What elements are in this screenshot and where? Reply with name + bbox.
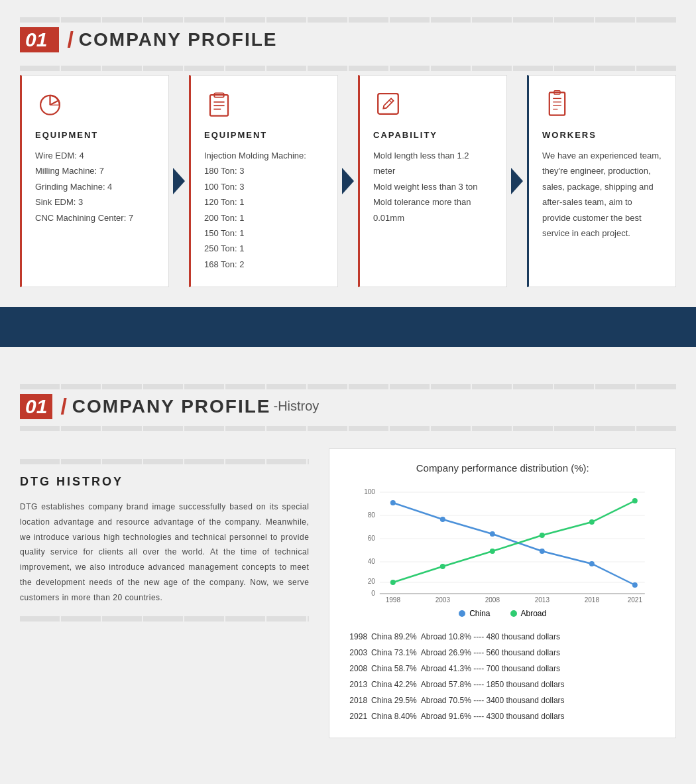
card3-line2: Mold weight less than 3 ton	[373, 179, 493, 194]
svg-point-37	[589, 561, 595, 566]
card3-category: CAPABILITY	[373, 130, 493, 140]
year-2008: 2008	[349, 661, 367, 677]
legend-abroad-dot	[510, 610, 517, 617]
svg-point-44	[632, 498, 638, 503]
card4-category: WORKERS	[542, 130, 662, 140]
section2: 01 / COMPANY PROFILE -Histroy DTG HISTRO…	[0, 360, 696, 751]
history-content: DTG HISTROY DTG establishes company bran…	[20, 435, 676, 751]
section1-slash: /	[67, 27, 73, 52]
china-2013: China 42.2%	[371, 677, 417, 692]
deco-line-top	[20, 17, 676, 23]
dark-band	[0, 307, 696, 347]
year-2018: 2018	[349, 692, 367, 708]
abroad-2003: Abroad 26.9% ---- 560 thousand dollars	[421, 645, 560, 661]
card2-line2: 180 Ton: 3	[204, 163, 324, 178]
section2-slash: /	[60, 393, 66, 419]
cards-container: EQUIPMENT Wire EDM: 4 Milling Machine: 7…	[20, 75, 676, 314]
chart-svg: 100 80 60 40 20 0	[343, 484, 662, 604]
legend-china: China	[459, 609, 490, 618]
card1-line2: Milling Machine: 7	[35, 163, 155, 178]
deco-line-left2	[20, 616, 309, 621]
data-row-1998: 1998 China 89.2% Abroad 10.8% ---- 480 t…	[349, 629, 662, 645]
data-row-2013: 2013 China 42.2% Abroad 57.8% ---- 1850 …	[349, 677, 662, 692]
legend-abroad-label: Abroad	[521, 609, 547, 618]
svg-point-34	[440, 517, 445, 522]
deco-line-left	[20, 459, 309, 464]
card1-line5: CNC Machining Center: 7	[35, 210, 155, 226]
year-2021: 2021	[349, 708, 367, 724]
clipboard-icon	[204, 89, 237, 122]
card4-line1: We have an experienced team, they're eng…	[542, 148, 662, 241]
history-left: DTG HISTROY DTG establishes company bran…	[20, 448, 309, 738]
card2-content: Injection Molding Machine: 180 Ton: 3 10…	[204, 148, 324, 272]
svg-point-42	[540, 533, 545, 538]
card4-content: We have an experienced team, they're eng…	[542, 148, 662, 241]
svg-point-33	[390, 500, 396, 505]
legend-abroad: Abroad	[510, 609, 547, 618]
svg-rect-8	[550, 92, 565, 115]
data-row-2008: 2008 China 58.7% Abroad 41.3% ---- 700 t…	[349, 661, 662, 677]
china-2008: China 58.7%	[371, 661, 417, 677]
data-row-2018: 2018 China 29.5% Abroad 70.5% ---- 3400 …	[349, 692, 662, 708]
section2-subtitle: -Histroy	[273, 399, 319, 414]
card1-line1: Wire EDM: 4	[35, 148, 155, 163]
svg-text:2008: 2008	[485, 596, 500, 604]
card1-content: Wire EDM: 4 Milling Machine: 7 Grinding …	[35, 148, 155, 226]
svg-text:80: 80	[368, 511, 376, 519]
arrow2	[338, 75, 358, 287]
dtg-title: DTG HISTROY	[20, 475, 309, 489]
card-equipment-2: EQUIPMENT Injection Molding Machine: 180…	[189, 75, 338, 287]
data-row-2003: 2003 China 73.1% Abroad 26.9% ---- 560 t…	[349, 645, 662, 661]
chart-section: Company performance distribution (%): 10…	[329, 448, 676, 738]
svg-point-40	[440, 564, 445, 569]
arrow1	[169, 75, 189, 287]
chart-title: Company performance distribution (%):	[343, 462, 662, 474]
svg-text:2013: 2013	[535, 596, 550, 604]
china-1998: China 89.2%	[371, 629, 417, 645]
svg-text:0: 0	[372, 590, 376, 597]
svg-point-38	[632, 582, 638, 588]
card1-line3: Grinding Machine: 4	[35, 179, 155, 194]
year-1998: 1998	[349, 629, 367, 645]
svg-text:2003: 2003	[435, 596, 451, 604]
card2-category: EQUIPMENT	[204, 130, 324, 140]
deco-line-2	[20, 66, 676, 71]
card2-line4: 120 Ton: 1	[204, 194, 324, 210]
card3-content: Mold length less than 1.2 meter Mold wei…	[373, 148, 493, 226]
svg-text:20: 20	[368, 578, 376, 585]
svg-point-35	[490, 531, 495, 537]
card3-line1: Mold length less than 1.2 meter	[373, 148, 493, 179]
svg-point-43	[589, 519, 595, 525]
section1: 01 / COMPANY PROFILE EQUIPMENT Wire EDM:…	[0, 0, 696, 314]
year-2003: 2003	[349, 645, 367, 661]
card1-line4: Sink EDM: 3	[35, 194, 155, 210]
card-workers: WORKERS We have an experienced team, the…	[527, 75, 676, 287]
history-right: Company performance distribution (%): 10…	[329, 448, 676, 738]
pie-chart-icon	[35, 89, 68, 122]
abroad-1998: Abroad 10.8% ---- 480 thousand dollars	[421, 629, 560, 645]
section2-title: COMPANY PROFILE	[72, 396, 271, 417]
china-2003: China 73.1%	[371, 645, 417, 661]
data-table: 1998 China 89.2% Abroad 10.8% ---- 480 t…	[343, 629, 662, 724]
abroad-2021: Abroad 91.6% ---- 4300 thousand dollars	[421, 708, 565, 724]
dtg-text: DTG establishes company brand image succ…	[20, 499, 309, 606]
abroad-2008: Abroad 41.3% ---- 700 thousand dollars	[421, 661, 560, 677]
china-2018: China 29.5%	[371, 692, 417, 708]
svg-rect-6	[378, 94, 398, 114]
card2-line6: 150 Ton: 1	[204, 226, 324, 241]
arrow-shape1	[173, 168, 185, 194]
card2-line5: 200 Ton: 1	[204, 210, 324, 226]
year-2013: 2013	[349, 677, 367, 692]
deco-line-3	[20, 384, 676, 389]
svg-point-39	[390, 580, 396, 585]
data-row-2021: 2021 China 8.40% Abroad 91.6% ---- 4300 …	[349, 708, 662, 724]
svg-line-7	[389, 100, 392, 103]
svg-text:1998: 1998	[386, 596, 401, 604]
svg-text:2018: 2018	[585, 596, 600, 604]
document-icon	[542, 89, 575, 122]
svg-text:40: 40	[368, 558, 376, 565]
section1-number: 01	[25, 29, 47, 51]
arrow3	[507, 75, 527, 287]
bottom-pad	[0, 751, 696, 778]
chart-area: 100 80 60 40 20 0	[343, 484, 662, 604]
